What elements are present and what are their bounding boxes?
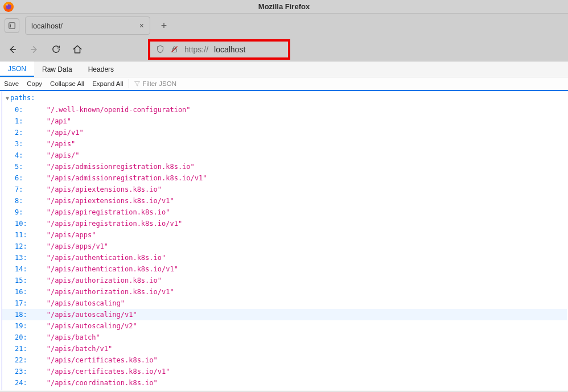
json-gap — [34, 343, 47, 354]
json-gap — [34, 320, 47, 332]
window-title: Mozilla Firefox — [0, 2, 568, 11]
json-gap — [34, 241, 47, 252]
json-index: 12: — [15, 241, 34, 252]
json-index: 18: — [15, 309, 34, 320]
json-string-value: "/apis/" — [47, 150, 80, 161]
collapse-all-button[interactable]: Collapse All — [46, 77, 88, 90]
json-array-row[interactable]: 14: "/apis/authentication.k8s.io/v1" — [2, 263, 567, 275]
json-root-row[interactable]: ▼paths: — [2, 91, 567, 104]
json-index: 9: — [15, 207, 34, 218]
json-gap — [34, 161, 47, 172]
json-array-row[interactable]: 6: "/apis/admissionregistration.k8s.io/v… — [2, 172, 567, 184]
tab-close-button[interactable]: × — [139, 21, 144, 30]
json-string-value: "/apis/batch" — [47, 332, 100, 343]
json-gap — [34, 229, 47, 241]
browser-tab[interactable]: localhost/ × — [25, 16, 150, 35]
tab-strip: localhost/ × + — [0, 14, 568, 38]
forward-button[interactable] — [28, 44, 40, 55]
json-index: 14: — [15, 263, 34, 275]
json-string-value: "/apis/autoscaling" — [47, 298, 125, 309]
json-index: 15: — [15, 275, 34, 286]
json-array-row[interactable]: 9: "/apis/apiregistration.k8s.io" — [2, 207, 567, 218]
json-gap — [34, 195, 47, 207]
shield-icon — [156, 45, 164, 53]
json-index: 11: — [15, 229, 34, 241]
tab-raw-data[interactable]: Raw Data — [34, 61, 80, 77]
expand-all-button[interactable]: Expand All — [88, 77, 127, 90]
disclosure-triangle-icon[interactable]: ▼ — [6, 95, 9, 101]
json-string-value: "/apis/certificates.k8s.io/v1" — [47, 366, 170, 377]
json-array-row[interactable]: 10: "/apis/apiregistration.k8s.io/v1" — [2, 218, 567, 229]
json-string-value: "/apis/apiextensions.k8s.io/v1" — [47, 195, 174, 207]
toolbar-separator — [129, 79, 129, 88]
json-array-row[interactable]: 23: "/apis/certificates.k8s.io/v1" — [2, 366, 567, 377]
url-bar[interactable]: https://localhost — [150, 42, 288, 57]
json-gap — [34, 138, 47, 150]
back-button[interactable] — [7, 44, 18, 55]
json-array-row[interactable]: 24: "/apis/coordination.k8s.io" — [2, 377, 567, 389]
new-tab-button[interactable]: + — [156, 18, 172, 34]
json-array-row[interactable]: 2: "/api/v1" — [2, 127, 567, 138]
nav-toolbar: https://localhost — [0, 38, 568, 61]
json-array-row[interactable]: 8: "/apis/apiextensions.k8s.io/v1" — [2, 195, 567, 207]
json-string-value: "/apis/authorization.k8s.io/v1" — [47, 286, 174, 298]
arrow-right-icon — [29, 44, 39, 55]
json-gap — [34, 354, 47, 366]
json-array-row[interactable]: 3: "/apis" — [2, 138, 567, 150]
json-array-row[interactable]: 19: "/apis/autoscaling/v2" — [2, 320, 567, 332]
json-index: 6: — [15, 172, 34, 184]
json-array-row[interactable]: 7: "/apis/apiextensions.k8s.io" — [2, 184, 567, 195]
json-array-row[interactable]: 13: "/apis/authentication.k8s.io" — [2, 252, 567, 263]
json-index: 10: — [15, 218, 34, 229]
home-button[interactable] — [72, 44, 83, 55]
json-string-value: "/apis" — [47, 138, 76, 150]
json-viewer-toolbar: Save Copy Collapse All Expand All Filter… — [0, 77, 568, 91]
tab-title: localhost/ — [31, 22, 63, 30]
json-array-row[interactable]: 20: "/apis/batch" — [2, 332, 567, 343]
json-index: 3: — [15, 138, 34, 150]
json-array-row[interactable]: 15: "/apis/authorization.k8s.io" — [2, 275, 567, 286]
json-string-value: "/apis/batch/v1" — [47, 343, 113, 354]
filter-icon — [134, 80, 141, 87]
json-tree[interactable]: ▼paths: 0: "/.well-known/openid-configur… — [1, 91, 567, 390]
json-array-row[interactable]: 0: "/.well-known/openid-configuration" — [2, 104, 567, 115]
save-button[interactable]: Save — [0, 77, 23, 90]
json-array-row[interactable]: 12: "/apis/apps/v1" — [2, 241, 567, 252]
json-gap — [34, 309, 47, 320]
json-string-value: "/api" — [47, 115, 71, 127]
json-index: 19: — [15, 320, 34, 332]
json-array-row[interactable]: 17: "/apis/autoscaling" — [2, 298, 567, 309]
json-string-value: "/api/v1" — [47, 127, 84, 138]
json-array-row[interactable]: 22: "/apis/certificates.k8s.io" — [2, 354, 567, 366]
json-string-value: "/apis/apiregistration.k8s.io" — [47, 207, 170, 218]
json-root-key: paths: — [10, 94, 35, 102]
json-array-row[interactable]: 11: "/apis/apps" — [2, 229, 567, 241]
tab-json[interactable]: JSON — [0, 61, 34, 77]
json-array-row[interactable]: 21: "/apis/batch/v1" — [2, 343, 567, 354]
json-viewer-tabs: JSON Raw Data Headers — [0, 61, 568, 77]
json-index: 0: — [15, 104, 34, 115]
json-index: 2: — [15, 127, 34, 138]
json-array-row[interactable]: 16: "/apis/authorization.k8s.io/v1" — [2, 286, 567, 298]
json-gap — [34, 115, 47, 127]
json-array-row[interactable]: 18: "/apis/autoscaling/v1" — [2, 309, 567, 320]
arrow-left-icon — [7, 44, 18, 55]
json-array-row[interactable]: 5: "/apis/admissionregistration.k8s.io" — [2, 161, 567, 172]
json-gap — [34, 218, 47, 229]
tab-headers[interactable]: Headers — [80, 61, 122, 77]
json-index: 20: — [15, 332, 34, 343]
json-gap — [34, 377, 47, 389]
copy-button[interactable]: Copy — [23, 77, 46, 90]
filter-placeholder: Filter JSON — [143, 80, 176, 87]
reload-button[interactable] — [50, 44, 61, 55]
json-string-value: "/apis/coordination.k8s.io" — [47, 377, 158, 389]
json-array-row[interactable]: 1: "/api" — [2, 115, 567, 127]
recent-history-button[interactable] — [5, 18, 19, 33]
json-string-value: "/apis/autoscaling/v2" — [47, 320, 137, 332]
filter-json-input[interactable]: Filter JSON — [130, 80, 180, 87]
history-icon — [8, 22, 16, 30]
json-array-row[interactable]: 4: "/apis/" — [2, 150, 567, 161]
url-host: localhost — [214, 45, 245, 54]
json-index: 24: — [15, 377, 34, 389]
json-string-value: "/apis/apiextensions.k8s.io" — [47, 184, 162, 195]
